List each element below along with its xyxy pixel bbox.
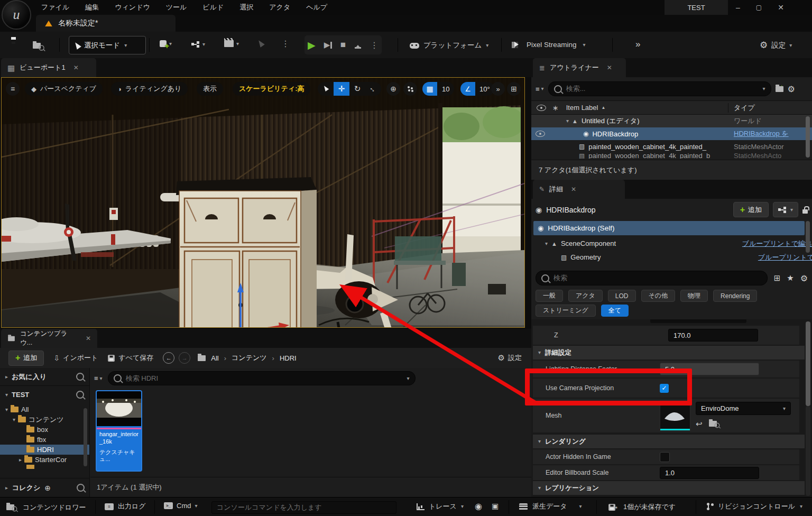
surface-snap-button[interactable] [403, 82, 417, 96]
category-general[interactable]: 一般 [536, 290, 563, 302]
tree-item-startercontent[interactable]: ▸ StarterCor [0, 455, 89, 465]
browse-to-asset-icon[interactable] [709, 418, 721, 429]
add-component-button[interactable]: + 追加 [733, 202, 769, 217]
visibility-icon[interactable] [536, 131, 545, 137]
outliner-filter-button[interactable]: ≡▾ [536, 85, 544, 93]
toolbar-settings-dropdown[interactable]: ⚙ 設定 ▾ [760, 40, 792, 51]
maximize-button[interactable]: ▢ [756, 4, 762, 11]
outliner-row-cabinet[interactable]: ▧ painted_wooden_cabinet_4k_painted_ Sta… [531, 140, 812, 153]
tree-item-hdri[interactable]: HDRI [0, 445, 89, 455]
menu-build[interactable]: ビルド [202, 3, 224, 12]
pixel-streaming-dropdown[interactable]: Pixel Streaming ▾ [512, 41, 586, 49]
menu-edit[interactable]: 編集 [85, 3, 99, 12]
favorites-search-icon[interactable] [76, 373, 84, 381]
z-value-input[interactable]: 170.0 [668, 329, 758, 342]
tree-item-all[interactable]: ▾ All [5, 404, 89, 414]
edit-in-blueprint-link[interactable]: ブループリントで編集 [758, 253, 812, 262]
viewport-tab-close-icon[interactable]: ✕ [73, 64, 79, 71]
play-options-dots[interactable]: ⋮ [370, 40, 379, 50]
select-mode-dropdown[interactable]: 選択モード ▾ [69, 36, 146, 54]
rotation-snap-control[interactable]: ∠ 10° [460, 82, 494, 96]
stop-button[interactable]: ■ [340, 40, 346, 50]
viewport-layout-button[interactable]: ⊞ [507, 82, 521, 96]
menu-help[interactable]: ヘルプ [306, 3, 327, 12]
output-log-button[interactable]: ≡ 出力ログ [105, 502, 146, 511]
outliner-row-world[interactable]: ▾ ▲ Untitled (エディタ) ワールド [531, 115, 812, 127]
editor-modes-button[interactable] [258, 40, 263, 47]
component-row-self[interactable]: ◉ HDRIBackdrop (Self) [533, 221, 805, 235]
menu-file[interactable]: ファイル [41, 3, 69, 12]
show-dropdown[interactable]: 表示 [197, 82, 223, 96]
outliner-settings-icon[interactable]: ⚙ [787, 84, 795, 94]
outliner-row-clipped[interactable]: ▧ painted_wooden_cabinet_4k_painted_b St… [531, 153, 812, 159]
display-filter-icon[interactable]: ⊞ [774, 273, 781, 283]
project-root-section[interactable]: ▾TEST [0, 386, 89, 403]
favorites-star-icon[interactable]: ★ [787, 273, 793, 283]
tree-item-content[interactable]: ▾ コンテンツ [5, 414, 89, 425]
unsaved-button[interactable]: ＊ 1個が未保存です [608, 502, 676, 512]
view-mode-dropdown[interactable]: ◑ ライティングあり [111, 82, 188, 96]
section-advanced[interactable]: ▾詳細設定 [533, 346, 805, 360]
actor-hidden-checkbox[interactable] [660, 452, 670, 462]
section-rendering[interactable]: ▾レンダリング [533, 435, 805, 448]
breadcrumb-all[interactable]: All [211, 354, 218, 362]
category-streaming[interactable]: ストリーミング [536, 305, 596, 317]
category-lod[interactable]: LOD [608, 290, 636, 302]
edit-in-blueprint-link[interactable]: ブループリントで編集 [742, 239, 812, 248]
viewport[interactable]: Z X Y ≡ ◆ パースペクティブ ◑ ライティングあり 表示 スケーラビリテ… [1, 77, 525, 328]
camera-speed-chevrons[interactable]: » [491, 82, 505, 96]
cmd-dropdown[interactable]: >_ Cmd ▾ [164, 502, 197, 510]
scale-tool-button[interactable]: ↔ [365, 85, 381, 93]
details-settings-icon[interactable]: ⚙ [800, 273, 808, 283]
category-misc[interactable]: その他 [641, 290, 676, 302]
tree-scrollbar[interactable] [84, 408, 87, 466]
details-scrollbar[interactable] [806, 321, 810, 406]
category-rendering[interactable]: Rendering [713, 290, 757, 302]
property-row-actor-hidden[interactable]: Actor Hidden In Game [533, 449, 799, 464]
lock-icon[interactable] [802, 209, 808, 214]
use-selected-asset-icon[interactable]: ↩ [696, 419, 703, 429]
snapshot-icon[interactable]: ▣ [492, 502, 499, 510]
blueprint-actions-dropdown[interactable]: ▾ [773, 202, 798, 217]
tree-item-box[interactable]: box [5, 425, 89, 435]
close-button[interactable]: ✕ [778, 3, 784, 12]
details-tab-close-icon[interactable]: ✕ [571, 186, 576, 193]
viewport-tab[interactable]: ▦ ビューポート1 ✕ [1, 58, 96, 77]
menu-tools[interactable]: ツール [166, 3, 187, 12]
section-replication[interactable]: ▾レプリケーション [533, 481, 805, 495]
property-row-z[interactable]: Z 170.0 [533, 326, 799, 345]
trace-dropdown[interactable]: トレース ▾ [417, 502, 464, 511]
property-row-billboard-scale[interactable]: Editor Billboard Scale 1.0 [533, 465, 799, 480]
component-row-geometry[interactable]: ▧ Geometry ブループリントで編集 [533, 251, 812, 264]
details-search-input[interactable]: 検索 [536, 271, 768, 285]
outliner-tab[interactable]: ≣ アウトライナー ✕ [533, 58, 626, 77]
menu-select[interactable]: 選択 [239, 3, 253, 12]
tree-item-fbx[interactable]: fbx [5, 435, 89, 445]
play-button[interactable]: ▶ [308, 40, 316, 50]
mesh-asset-dropdown[interactable]: EnviroDome▾ [696, 402, 791, 415]
cb-back-button[interactable]: ← [163, 352, 174, 364]
cb-search-input[interactable]: 検索 HDRI ▾ [108, 371, 416, 385]
breadcrumb-hdri[interactable]: HDRI [280, 354, 297, 362]
breadcrumb-content[interactable]: コンテンツ [232, 353, 267, 363]
components-scrollbar[interactable] [806, 221, 810, 253]
add-actor-button[interactable]: ▾ [160, 40, 172, 47]
content-browser-tab[interactable]: コンテンツブラウ... ✕ [1, 329, 97, 348]
cb-settings-button[interactable]: ⚙ 設定 [498, 353, 522, 363]
pin-column-icon[interactable]: ∗ [552, 104, 559, 112]
rotate-tool-button[interactable]: ↻ [349, 84, 365, 94]
eject-button[interactable] [354, 42, 362, 49]
scalability-warning[interactable]: スケーラビリティ:高 [233, 82, 310, 96]
select-tool-button[interactable] [318, 85, 334, 93]
add-collection-icon[interactable]: ⊕ [44, 484, 51, 492]
move-tool-button[interactable]: ✛ [334, 82, 349, 96]
cb-add-button[interactable]: + 追加 [8, 351, 44, 366]
cb-forward-button[interactable]: → [179, 352, 190, 364]
visibility-column-icon[interactable] [537, 105, 546, 111]
derived-data-dropdown[interactable]: 派生データ ▾ [519, 502, 582, 511]
viewport-options-button[interactable]: ≡ [6, 82, 20, 96]
platforms-dropdown[interactable]: プラットフォーム ▾ [410, 41, 488, 50]
collections-section[interactable]: ▸コレクシ ⊕ [0, 478, 90, 497]
toolbar-overflow-dots[interactable]: ⋮ [281, 39, 290, 49]
type-column-header[interactable]: タイプ [728, 103, 812, 113]
